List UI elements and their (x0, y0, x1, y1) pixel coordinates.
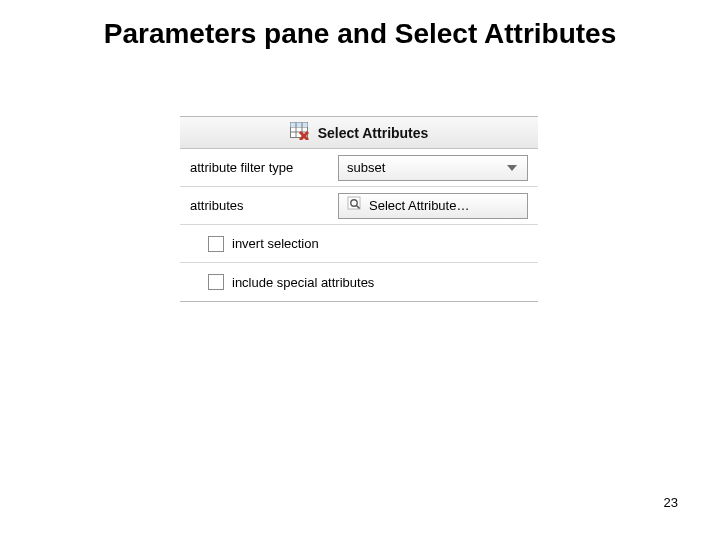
label-invert-selection: invert selection (232, 236, 319, 251)
checkbox-include-special-attributes[interactable] (208, 274, 224, 290)
select-attribute-button[interactable]: Select Attribute… (338, 193, 528, 219)
panel-header: Select Attributes (180, 117, 538, 149)
param-row-include-special: include special attributes (180, 263, 538, 301)
button-label: Select Attribute… (369, 198, 469, 213)
label-attributes: attributes (190, 198, 338, 213)
chevron-down-icon (503, 165, 521, 171)
param-row-invert-selection: invert selection (180, 225, 538, 263)
svg-rect-5 (290, 122, 307, 127)
parameters-panel: Select Attributes attribute filter type … (180, 116, 538, 302)
label-attribute-filter-type: attribute filter type (190, 160, 338, 175)
combo-attribute-filter-type[interactable]: subset (338, 155, 528, 181)
magnifier-icon (347, 196, 363, 215)
combo-value: subset (347, 160, 385, 175)
table-select-icon (290, 122, 310, 144)
checkbox-invert-selection[interactable] (208, 236, 224, 252)
panel-title: Select Attributes (318, 125, 429, 141)
page-number: 23 (664, 495, 678, 510)
param-row-filter-type: attribute filter type subset (180, 149, 538, 187)
label-include-special-attributes: include special attributes (232, 275, 374, 290)
slide-title: Parameters pane and Select Attributes (40, 18, 680, 50)
param-row-attributes: attributes Select Attribute… (180, 187, 538, 225)
